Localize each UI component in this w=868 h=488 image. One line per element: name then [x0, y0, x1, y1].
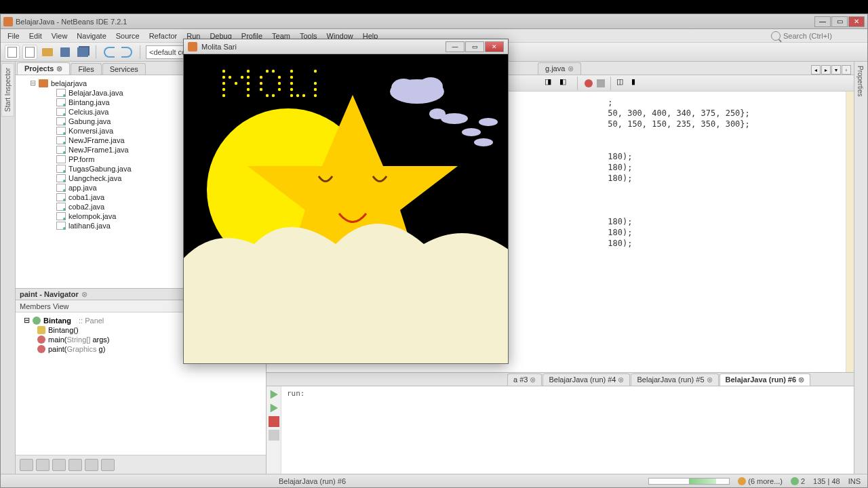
stop-icon[interactable]: [597, 79, 605, 87]
svg-point-25: [260, 82, 262, 85]
svg-point-36: [290, 82, 293, 85]
nav-btn[interactable]: [101, 459, 115, 471]
tool-icon[interactable]: ◫: [616, 77, 629, 89]
output-btn[interactable]: [269, 430, 279, 441]
svg-point-18: [241, 76, 243, 79]
menu-edit[interactable]: Edit: [25, 30, 46, 41]
left-dock-tab[interactable]: Start Inspector: [1, 63, 14, 117]
search-box[interactable]: [771, 31, 865, 41]
right-dock: Properties: [854, 62, 867, 474]
svg-point-16: [229, 76, 231, 79]
close-button[interactable]: ✕: [848, 16, 865, 27]
menu-file[interactable]: File: [3, 30, 24, 41]
output-body: run:: [267, 386, 854, 474]
editor-tab[interactable]: g.java⊗: [538, 62, 581, 75]
output-tab[interactable]: a #3⊗: [507, 373, 542, 386]
separator: [96, 45, 96, 59]
svg-point-11: [222, 70, 225, 73]
svg-point-22: [247, 88, 250, 91]
history-icon[interactable]: ◨: [545, 77, 557, 89]
rerun-icon[interactable]: [269, 389, 279, 400]
svg-point-15: [222, 94, 225, 97]
svg-point-5: [418, 77, 443, 96]
window-controls: — ▭ ✕: [814, 16, 865, 27]
left-dock: Start Inspector: [1, 62, 16, 474]
svg-point-26: [260, 88, 262, 91]
svg-point-27: [266, 70, 269, 73]
maximize-button[interactable]: ▭: [831, 16, 848, 27]
svg-point-23: [247, 94, 250, 97]
stop-icon[interactable]: [269, 416, 279, 427]
svg-point-10: [474, 138, 493, 146]
app-title: Molita Sari: [201, 43, 441, 51]
menu-view[interactable]: View: [47, 30, 72, 41]
ed-min-button[interactable]: ▾: [831, 65, 841, 75]
save-all-button[interactable]: [75, 45, 90, 60]
nav-btn[interactable]: [85, 459, 98, 471]
svg-point-12: [222, 76, 225, 79]
ed-max-button[interactable]: ▫: [842, 65, 851, 75]
nav-btn[interactable]: [52, 459, 66, 471]
progress-bar: [648, 478, 730, 485]
app-canvas: [184, 54, 508, 363]
app-close-button[interactable]: ✕: [485, 41, 504, 52]
tab-projects[interactable]: Projects⊗: [17, 62, 70, 75]
output-tab-active[interactable]: BelajarJava (run) #6⊗: [719, 373, 811, 386]
svg-point-8: [462, 128, 481, 136]
output-panel: a #3⊗ BelajarJava (run) #4⊗ BelajarJava …: [267, 372, 854, 474]
svg-point-33: [278, 88, 281, 91]
menu-navigate[interactable]: Navigate: [73, 30, 110, 41]
output-tab[interactable]: BelajarJava (run) #5⊗: [631, 373, 718, 386]
status-mode: INS: [848, 477, 861, 485]
menu-source[interactable]: Source: [112, 30, 144, 41]
app-titlebar[interactable]: Molita Sari — ▭ ✕: [184, 39, 508, 54]
output-tabs: a #3⊗ BelajarJava (run) #4⊗ BelajarJava …: [267, 373, 854, 386]
status-cursor: 135 | 48: [813, 477, 840, 485]
search-input[interactable]: [783, 32, 865, 40]
rerun-icon[interactable]: [269, 403, 279, 413]
svg-point-4: [391, 79, 416, 98]
record-icon[interactable]: [585, 79, 593, 87]
tool-icon[interactable]: ▮: [631, 77, 644, 89]
svg-point-32: [278, 82, 281, 85]
svg-point-30: [272, 94, 275, 97]
output-content[interactable]: run:: [281, 386, 854, 474]
nav-btn[interactable]: [20, 459, 33, 471]
open-button[interactable]: [40, 45, 55, 60]
menu-refactor[interactable]: Refactor: [145, 30, 182, 41]
svg-point-41: [314, 70, 317, 73]
tab-files[interactable]: Files: [71, 63, 101, 75]
redo-button[interactable]: [119, 45, 134, 60]
nav-btn[interactable]: [36, 459, 50, 471]
minimize-button[interactable]: —: [814, 16, 831, 27]
svg-point-44: [314, 94, 317, 97]
undo-button[interactable]: [102, 45, 117, 60]
tab-services[interactable]: Services: [102, 63, 146, 75]
new-file-button[interactable]: [5, 45, 20, 60]
svg-point-28: [266, 94, 269, 97]
nav-btn[interactable]: [68, 459, 82, 471]
status-run: BelajarJava (run) #6: [279, 477, 346, 485]
java-icon: [188, 42, 197, 52]
new-project-button[interactable]: [22, 45, 37, 60]
history-icon[interactable]: ◧: [559, 77, 572, 89]
svg-point-20: [247, 76, 250, 79]
status-more[interactable]: (6 more...): [738, 477, 783, 485]
window-title: BelajarJava - NetBeans IDE 7.2.1: [16, 18, 812, 26]
app-minimize-button[interactable]: —: [446, 41, 465, 52]
error-stripe: [846, 92, 854, 372]
app-maximize-button[interactable]: ▭: [465, 41, 484, 52]
output-tab[interactable]: BelajarJava (run) #4⊗: [542, 373, 630, 386]
svg-point-35: [290, 76, 293, 79]
svg-point-17: [235, 82, 237, 85]
output-buttons: [267, 386, 281, 474]
java-app-window: Molita Sari — ▭ ✕: [183, 39, 509, 364]
right-dock-tab[interactable]: Properties: [854, 62, 866, 101]
window-titlebar: BelajarJava - NetBeans IDE 7.2.1 — ▭ ✕: [1, 14, 867, 29]
ed-right-button[interactable]: ▸: [821, 65, 831, 75]
status-errors[interactable]: 2: [791, 477, 805, 485]
ed-left-button[interactable]: ◂: [811, 65, 821, 75]
save-button[interactable]: [58, 45, 73, 60]
svg-point-9: [479, 118, 498, 126]
svg-point-13: [222, 82, 225, 85]
